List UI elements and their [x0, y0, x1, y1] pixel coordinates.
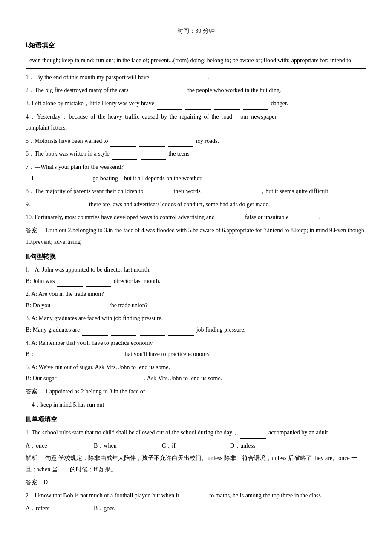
- section2-answers: 答案 1.appointed as 2.belong to 3.in the f…: [26, 386, 366, 398]
- time-header: 时间：30 分钟: [26, 26, 366, 36]
- time-label: 时间：30 分钟: [177, 28, 215, 34]
- q10-text: 10. Fortunately, most countries have dev…: [26, 214, 215, 220]
- s2q4-a: 4. A: Remember that you'll have to pract…: [26, 340, 154, 346]
- s3-question-2: 2．I know that Bob is not much of a footb…: [26, 490, 366, 502]
- q6-blank1: [112, 152, 137, 160]
- q3-blank1: [157, 102, 182, 110]
- s2-answer-label: 答案: [26, 388, 43, 395]
- s2q4-b-label: B：: [26, 351, 35, 357]
- s2q4-blank1: [38, 353, 63, 360]
- s2q1-suffix: director last month.: [114, 278, 160, 284]
- q2-blank1: [131, 89, 156, 96]
- s2-question-5: 5. A: We've run out of sugar. Ask Mrs. J…: [26, 362, 366, 384]
- s3q1-suffix: accompanied by an adult.: [268, 429, 329, 436]
- question-7: 7．—What's your plan for the weekend? —I …: [26, 162, 366, 184]
- section1-answers: 答案 1.run out 2.belonging to 3.in the fac…: [26, 225, 366, 248]
- q7-blank2: [65, 176, 90, 184]
- q7-q: 7．—What's your plan for the weekend?: [26, 164, 124, 170]
- q7-a-end: go boating，but it all depends on the wea…: [92, 175, 202, 182]
- s3q2-blank: [182, 494, 207, 501]
- s3q1-optB: B．when: [94, 440, 136, 451]
- question-1: 1． By the end of this month my passport …: [26, 72, 366, 84]
- q3-suffix: danger.: [271, 100, 288, 107]
- s3q1-analysis-text: 句意 学校规定，除非由成年人陪伴，孩子不允许白天出校门。unless 除非，符合…: [26, 455, 357, 473]
- s3q2-optB: B．goes: [94, 503, 136, 514]
- s3q1-answer-label: 答案 D: [26, 479, 48, 486]
- q9-text: there are laws and advertisers' codes of…: [89, 201, 270, 208]
- s3q1-answer: 答案 D: [26, 477, 366, 489]
- section3-title: Ⅲ.单项填空: [26, 414, 366, 425]
- s2q3-blank3: [140, 328, 165, 336]
- section2-answers-line2: 4．keep in mind 5.has run out: [32, 399, 366, 411]
- q5-suffix: icy roads.: [196, 138, 219, 144]
- s3q1-text: 1. The school rules state that no child …: [26, 429, 238, 436]
- q7-a-start: —I: [26, 175, 34, 182]
- q10-blank1: [217, 216, 242, 223]
- question-10: 10. Fortunately, most countries have dev…: [26, 212, 366, 223]
- s2q1-blank2: [86, 279, 111, 287]
- s2q4-blank3: [95, 353, 121, 360]
- q8-blank2: [203, 190, 228, 197]
- q5-num: 5．Motorists have been warned to: [26, 138, 108, 144]
- question-2: 2．The big fire destroyed many of the car…: [26, 85, 366, 96]
- q8-mid: their words: [173, 188, 200, 194]
- q7-blank1: [36, 176, 61, 184]
- s2q3-b-start: B: Many graduates are: [26, 327, 80, 333]
- q3-blank4: [243, 102, 268, 110]
- s3q1-options: A．once B．when C．if D．unless: [26, 440, 366, 451]
- q6-text: 6．The book was written in a style: [26, 150, 110, 157]
- q3-blank2: [185, 102, 211, 110]
- s2q3-suffix: job finding pressure.: [196, 327, 245, 333]
- question-3: 3. Left alone by mistake，little Henry wa…: [26, 98, 366, 110]
- s3-question-1: 1. The school rules state that no child …: [26, 427, 366, 439]
- q1-blank2: [180, 75, 206, 83]
- q1-suffix: .: [208, 74, 210, 81]
- phrases-text: even though; keep in mind; run out; in t…: [29, 57, 351, 64]
- s3q1-analysis: 解析 句意 学校规定，除非由成年人陪伴，孩子不允许白天出校门。unless 除非…: [26, 453, 366, 475]
- s1-answer-label: 答案: [26, 227, 43, 234]
- s3q2-options: A．refers B．goes: [26, 503, 366, 514]
- question-5: 5．Motorists have been warned to icy road…: [26, 136, 366, 147]
- s2q3-blank2: [111, 328, 136, 336]
- q8-blank3: [232, 190, 257, 197]
- s3q2-text: 2．I know that Bob is not much of a footb…: [26, 492, 179, 499]
- s2q1-blank1: [57, 279, 83, 287]
- s2q2-suffix: the trade union?: [110, 302, 148, 309]
- s2-question-3: 3. A: Many graduates are faced with job …: [26, 313, 366, 335]
- phrase-box: even though; keep in mind; run out; in t…: [26, 53, 366, 69]
- s2-answers-line2: 4．keep in mind 5.has run out: [32, 402, 104, 408]
- q10-suffix: .: [319, 214, 321, 220]
- q5-blank2: [139, 139, 165, 147]
- q8-text: 8．The majority of parents want their chi…: [26, 188, 143, 194]
- s2q1-b-label: B: John was: [26, 278, 55, 284]
- s3q2-suffix: to maths, he is among the top three in t…: [209, 492, 322, 499]
- s3q1-optD: D．unless: [230, 440, 273, 451]
- q10-mid: false or unsuitable: [245, 214, 289, 220]
- s2-question-2: 2. A: Are you in the trade union? B: Do …: [26, 289, 366, 311]
- s2q5-a: 5. A: We've run out of sugar. Ask Mrs. J…: [26, 364, 170, 370]
- q9-num: 9.: [26, 201, 30, 208]
- s3q1-optC: C．if: [162, 440, 205, 451]
- s2-question-4: 4. A: Remember that you'll have to pract…: [26, 338, 366, 360]
- s2-question-1: l. A: John was appointed to be director …: [26, 264, 366, 287]
- q4-blank2: [310, 115, 336, 122]
- q3-blank3: [214, 102, 240, 110]
- q5-blank1: [110, 139, 136, 147]
- question-4: 4．Yesterday，because of the heavy traffic…: [26, 111, 366, 134]
- q5-blank3: [168, 139, 193, 147]
- q1-text: By the end of this month my passport wil…: [36, 74, 150, 81]
- s2q5-suffix: . Ask Mrs. John to lend us some.: [144, 375, 222, 382]
- s3q1-analysis-label: 解析: [26, 455, 43, 461]
- s2q1-num: l. A: John was appointed to be director …: [26, 266, 150, 273]
- s2q3-a: 3. A: Many graduates are faced with job …: [26, 315, 163, 321]
- q2-num: 2．The big fire destroyed many of the car…: [26, 87, 128, 93]
- page-content: 时间：30 分钟 Ⅰ.短语填空 even though; keep in min…: [26, 26, 366, 514]
- q2-blank2: [159, 89, 185, 96]
- q4-num: 4．Yesterday，because of the heavy traffic…: [26, 113, 277, 120]
- question-8: 8．The majority of parents want their chi…: [26, 186, 366, 197]
- q9-blank1: [32, 202, 58, 210]
- s2q3-blank4: [168, 328, 194, 336]
- q1-num: 1．: [26, 74, 35, 81]
- q1-blank1: [152, 75, 177, 83]
- question-9: 9. there are laws and advertisers' codes…: [26, 199, 366, 211]
